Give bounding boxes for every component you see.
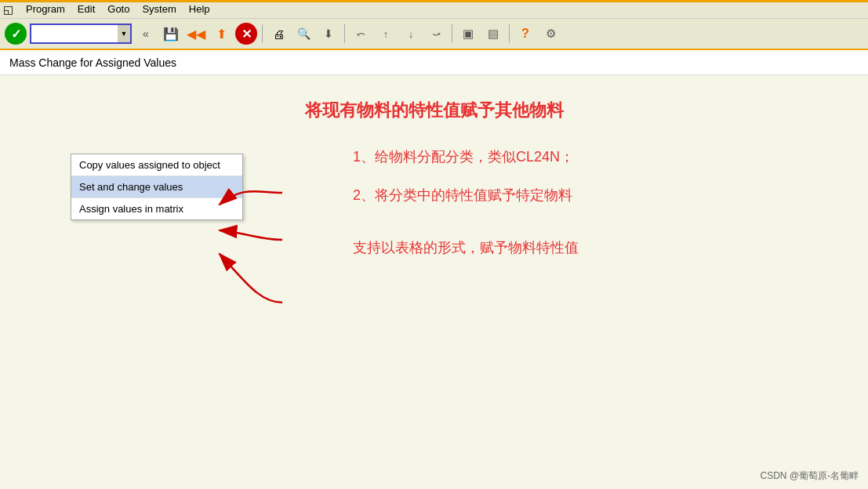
split-icon: ▤ [488,27,499,41]
app-icon: ◱ [3,3,13,16]
annotation-line1: 1、给物料分配分类，类似CL24N； [353,146,852,168]
cancel-icon: ✕ [242,27,252,42]
nav-last-button[interactable]: ⤻ [425,23,447,45]
toolbar-separator-2 [344,24,345,43]
menu-item-copy[interactable]: Copy values assigned to object [71,154,242,176]
menu-program[interactable]: Program [26,3,65,15]
split-button[interactable]: ▤ [482,23,504,45]
save-icon: 💾 [163,27,179,42]
cancel-button[interactable]: ✕ [235,23,257,45]
find-next-button[interactable]: ⬇ [318,23,340,45]
rewind-icon: ◀◀ [187,27,205,42]
annotation-line2: 2、将分类中的特性值赋予特定物料 [353,184,852,207]
menu-item-assign-matrix[interactable]: Assign values in matrix [71,198,242,219]
toolbar-separator-4 [509,24,510,43]
main-heading: 将现有物料的特性值赋予其他物料 [305,99,564,122]
settings-icon: ⚙ [546,27,556,41]
confirm-button[interactable]: ✓ [5,23,27,45]
nav-first-button[interactable]: ⤺ [350,23,372,45]
settings-button[interactable]: ⚙ [539,23,561,45]
back-button[interactable]: « [135,23,157,45]
print-icon: 🖨 [273,27,285,41]
menu-item-set-change[interactable]: Set and change values [71,176,242,198]
nav-last-icon: ⤻ [432,28,441,40]
double-left-icon: « [143,27,149,40]
content-area: Copy values assigned to object Set and c… [16,146,852,257]
page-title-bar: Mass Change for Assigned Values [0,50,868,75]
find-icon: 🔍 [297,27,311,40]
annotation-line3: 支持以表格的形式，赋予物料特性值 [353,238,852,257]
menu-bar: ◱ Program Edit Goto System Help [0,0,868,19]
rewind-button[interactable]: ◀◀ [185,23,207,45]
nav-next-icon: ↓ [409,28,414,40]
main-content: 将现有物料的特性值赋予其他物料 Copy values assigned to … [0,75,868,489]
help-button[interactable]: ? [514,23,536,45]
menu-system[interactable]: System [142,3,176,15]
nav-prev-icon: ↑ [383,28,389,40]
layout-button[interactable]: ▣ [457,23,479,45]
command-input-container: ▼ [30,24,132,44]
up-button[interactable]: ⬆ [210,23,232,45]
gold-top-border [0,0,868,2]
nav-first-icon: ⤺ [357,28,365,40]
command-input[interactable] [31,27,118,42]
find-next-icon: ⬇ [324,27,333,40]
find-button[interactable]: 🔍 [292,23,314,45]
check-icon: ✓ [11,27,21,42]
toolbar: ✓ ▼ « 💾 ◀◀ ⬆ ✕ 🖨 🔍 ⬇ ⤺ ↑ ↓ [0,19,868,50]
watermark: CSDN @葡萄原-名葡畔 [760,469,859,483]
annotations: 1、给物料分配分类，类似CL24N； 2、将分类中的特性值赋予特定物料 支持以表… [321,146,852,257]
help-icon: ? [521,27,529,41]
menu-goto[interactable]: Goto [107,3,129,15]
print-button[interactable]: 🖨 [267,23,289,45]
toolbar-separator-1 [262,24,263,43]
nav-prev-button[interactable]: ↑ [375,23,397,45]
layout-icon: ▣ [463,27,474,41]
command-dropdown-button[interactable]: ▼ [118,25,130,42]
context-menu: Copy values assigned to object Set and c… [71,154,243,220]
menu-edit[interactable]: Edit [78,3,95,15]
up-icon: ⬆ [216,27,227,42]
save-button[interactable]: 💾 [160,23,182,45]
nav-next-button[interactable]: ↓ [400,23,422,45]
menu-help[interactable]: Help [189,3,210,15]
toolbar-separator-3 [452,24,452,43]
page-title: Mass Change for Assigned Values [9,56,176,69]
